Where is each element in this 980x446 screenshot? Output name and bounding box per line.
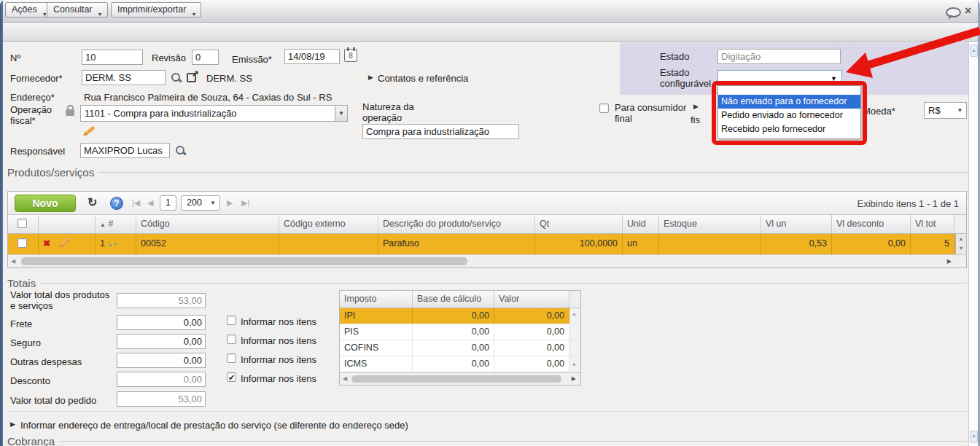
imprimir-exportar-menu-button[interactable]: Imprimir/exportar — [111, 2, 201, 17]
scroll-left-icon[interactable]: ◀ — [11, 258, 15, 265]
vl-tot-header[interactable]: Vl tot — [911, 215, 954, 233]
divider — [7, 411, 967, 412]
page-size-value: 200 — [187, 197, 202, 208]
edit-pencil-icon[interactable] — [83, 125, 95, 136]
codigo-header[interactable]: Código — [136, 215, 279, 233]
valor-produtos-label: Valor total dos produtos e serviços — [10, 289, 112, 311]
unid-header[interactable]: Unid — [623, 215, 659, 233]
contatos-referencia-toggle[interactable]: Contatos e referência — [378, 73, 468, 84]
help-icon[interactable]: ? — [110, 197, 123, 210]
contatos-collapse-arrow-icon[interactable]: ▶ — [368, 74, 373, 81]
scroll-up-icon[interactable]: ▲ — [569, 308, 580, 324]
row-checkbox[interactable] — [18, 238, 27, 248]
scroll-spacer — [569, 291, 580, 308]
tax-row-icms[interactable]: ICMS 0,00 0,00 ▼ — [340, 356, 580, 372]
refresh-icon[interactable]: ↻ — [88, 195, 97, 209]
frete-input[interactable] — [117, 315, 206, 330]
operacao-fiscal-select[interactable]: 1101 - Compra para industrialização ▼ — [80, 105, 348, 122]
tax-horizontal-scrollbar[interactable]: ◀ ▶ — [340, 372, 580, 385]
acoes-menu-button[interactable]: Ações — [5, 2, 52, 17]
fornecedor-link[interactable]: DERM. SS — [206, 73, 252, 84]
vl-desconto-header[interactable]: Vl desconto — [832, 215, 911, 233]
next-page-icon[interactable]: ▶ — [227, 198, 233, 208]
consumidor-final-checkbox[interactable] — [599, 103, 609, 113]
select-all-checkbox[interactable] — [18, 219, 27, 228]
grid-horizontal-scrollbar[interactable]: ◀ ▶ — [8, 254, 966, 267]
qt-header[interactable]: Qt — [535, 215, 623, 233]
tax-row-cofins[interactable]: COFINS 0,00 0,00 — [340, 340, 580, 356]
seguro-input[interactable] — [117, 334, 206, 349]
fornecedor-input[interactable] — [82, 70, 166, 85]
page-size-select[interactable]: 200 ▼ — [181, 195, 220, 211]
responsavel-input[interactable] — [80, 143, 170, 158]
outras-despesas-input[interactable] — [117, 353, 206, 368]
cobranca-legend: Cobrança — [7, 435, 967, 446]
no-input[interactable] — [82, 50, 143, 65]
valor-produtos-input — [117, 293, 206, 308]
close-icon[interactable]: × — [965, 6, 971, 16]
products-grid: Novo ↻ ? |◀ ◀ 1 200 ▼ ▶ ▶| Exibindo iten… — [7, 191, 967, 268]
page-vertical-scrollbar[interactable] — [968, 42, 979, 446]
moeda-select[interactable]: R$ ▼ — [924, 102, 967, 119]
tax-name: IPI — [340, 308, 413, 324]
outras-informar-label: Informar nos itens — [241, 354, 316, 365]
tax-name: PIS — [340, 324, 413, 340]
novo-button[interactable]: Novo — [15, 195, 76, 212]
consultar-menu-button[interactable]: Consultar — [47, 2, 108, 17]
search-icon[interactable] — [171, 72, 182, 84]
outras-informar-checkbox[interactable] — [227, 353, 236, 363]
scroll-thumb[interactable] — [351, 375, 561, 383]
revisao-input[interactable] — [192, 50, 219, 65]
tax-row-ipi[interactable]: IPI 0,00 0,00 ▲ — [340, 308, 580, 324]
estoque-header[interactable]: Estoque — [659, 215, 761, 233]
scroll-right-icon[interactable]: ▶ — [572, 375, 576, 382]
row-num-cell: 1 ▲▼ — [96, 234, 136, 254]
row-spinner[interactable]: ▲▼ — [955, 234, 966, 254]
page-number-input[interactable]: 1 — [160, 195, 176, 211]
first-page-icon[interactable]: |◀ — [132, 198, 140, 208]
row-down-icon[interactable]: ▼ — [112, 242, 117, 247]
tax-name: ICMS — [340, 356, 413, 372]
num-header[interactable]: ▲ # — [96, 215, 136, 233]
dropdown-caret-icon[interactable]: ▼ — [954, 103, 966, 118]
scroll-left-icon[interactable]: ◀ — [343, 375, 347, 382]
search-icon[interactable] — [175, 145, 187, 157]
scroll-up-icon[interactable]: ▲ — [970, 44, 978, 57]
entrega-collapse-arrow-icon[interactable]: ▶ — [10, 420, 15, 428]
dropdown-caret-icon: ▼ — [210, 196, 216, 210]
scroll-down-icon[interactable]: ▼ — [569, 356, 580, 372]
desconto-informar-checkbox[interactable]: ✔ — [227, 372, 236, 382]
dropdown-caret-icon[interactable]: ▼ — [335, 106, 347, 121]
last-page-icon[interactable]: ▶| — [241, 198, 249, 208]
natureza-operacao-input[interactable] — [362, 124, 519, 139]
tax-base: 0,00 — [413, 340, 494, 356]
emissao-input[interactable] — [284, 49, 340, 64]
chat-bubble-icon[interactable] — [946, 7, 961, 17]
scroll-down-icon[interactable]: ▼ — [970, 431, 978, 443]
tax-table: Imposto Base de cálculo Valor IPI 0,00 0… — [339, 290, 581, 386]
scroll-track[interactable] — [569, 340, 580, 356]
descricao-header[interactable]: Descrição do produto/serviço — [378, 215, 535, 233]
vl-un-header[interactable]: Vl un — [761, 215, 832, 233]
fiscais-collapse-arrow-icon[interactable]: ▶ — [693, 103, 699, 110]
calendar-icon[interactable] — [344, 49, 357, 62]
entrega-toggle[interactable]: Informar endereço de entrega/local de pr… — [20, 420, 408, 431]
codigo-externo-header[interactable]: Código externo — [279, 215, 378, 233]
delete-icon[interactable]: ✖ — [43, 238, 50, 249]
seguro-informar-checkbox[interactable] — [227, 334, 236, 344]
tax-row-pis[interactable]: PIS 0,00 0,00 — [340, 324, 580, 340]
row-num: 1 — [100, 238, 105, 249]
edit-pencil-icon[interactable] — [59, 237, 71, 248]
operacao-fiscal-value: 1101 - Compra para industrialização — [85, 108, 237, 119]
frete-informar-checkbox[interactable] — [227, 316, 236, 325]
tax-base: 0,00 — [413, 308, 494, 324]
no-label: Nº — [10, 52, 20, 63]
external-link-icon[interactable] — [187, 73, 196, 82]
tax-valor: 0,00 — [494, 308, 569, 324]
scroll-track[interactable] — [569, 324, 580, 340]
prev-page-icon[interactable]: ◀ — [147, 198, 153, 208]
scroll-right-icon[interactable]: ▶ — [947, 258, 952, 265]
tax-base: 0,00 — [413, 356, 494, 372]
table-row[interactable]: ✖ 1 ▲▼ 00052 Parafuso 100,0000 un 0,53 0… — [8, 234, 966, 254]
scroll-thumb[interactable] — [21, 257, 467, 265]
